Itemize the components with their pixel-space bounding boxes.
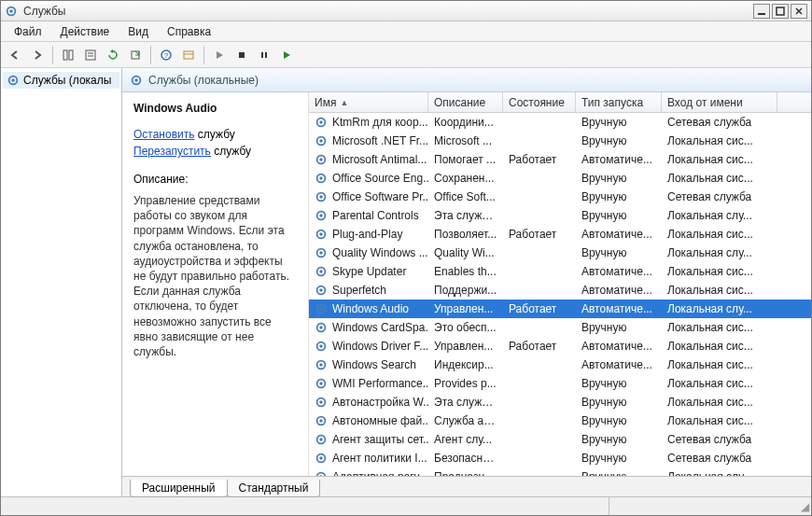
service-row[interactable]: KtmRm для коор...Координи...ВручнуюСетев…: [309, 113, 811, 132]
menu-file[interactable]: Файл: [7, 23, 49, 40]
tab-standard[interactable]: Стандартный: [227, 480, 321, 497]
cell-name: Автонастройка W...: [309, 394, 428, 411]
gear-icon: [130, 74, 143, 87]
menu-action[interactable]: Действие: [53, 23, 118, 40]
service-row[interactable]: Адаптивная регу...Предназна...ВручнуюЛок…: [309, 467, 811, 476]
service-row[interactable]: Windows Driver F...Управлен...РаботаетАв…: [309, 337, 811, 356]
refresh-button[interactable]: [103, 45, 123, 65]
gear-icon: [315, 246, 328, 259]
cell-desc: Служба ав...: [428, 412, 503, 429]
properties-button[interactable]: [80, 45, 101, 65]
service-row[interactable]: Windows SearchИндексир...Автоматиче...Ло…: [309, 356, 811, 374]
start-service-button[interactable]: [209, 45, 230, 65]
cell-desc: Enables th...: [428, 263, 503, 280]
tree-root-item[interactable]: Службы (локалы: [3, 72, 119, 89]
col-startup[interactable]: Тип запуска: [576, 92, 662, 112]
service-row[interactable]: Агент политики I...Безопасно...ВручнуюСе…: [309, 449, 811, 467]
svg-point-54: [319, 400, 323, 404]
col-name[interactable]: Имя▲: [309, 92, 428, 112]
cell-startup: Вручную: [576, 207, 662, 224]
service-row[interactable]: Windows AudioУправлен...РаботаетАвтомати…: [309, 300, 811, 318]
cell-state: [503, 120, 576, 124]
service-row[interactable]: Office Software Pr...Office Soft...Вручн…: [309, 188, 811, 206]
service-row[interactable]: Quality Windows ...Quality Wi...ВручнуюЛ…: [309, 244, 811, 262]
cell-startup: Автоматиче...: [576, 356, 662, 373]
close-button[interactable]: [791, 4, 807, 19]
col-state[interactable]: Состояние: [503, 92, 576, 112]
show-hide-tree-button[interactable]: [58, 45, 78, 65]
cell-startup: Вручную: [576, 114, 662, 131]
cell-state: Работает: [503, 226, 576, 243]
export-button[interactable]: [125, 45, 146, 65]
service-row[interactable]: Plug-and-PlayПозволяет...РаботаетАвтомат…: [309, 225, 811, 244]
service-row[interactable]: Microsoft .NET Fr...Microsoft ...Вручную…: [309, 132, 811, 150]
restart-service-button[interactable]: [276, 45, 297, 65]
menu-bar: Файл Действие Вид Справка: [1, 21, 811, 42]
service-row[interactable]: Автонастройка W...Эта служб...ВручнуюЛок…: [309, 393, 811, 411]
gear-icon: [315, 396, 328, 409]
service-row[interactable]: Microsoft Antimal...Помогает ...Работает…: [309, 150, 811, 169]
pause-service-button[interactable]: [254, 45, 274, 65]
gear-icon: [315, 228, 328, 241]
minimize-button[interactable]: [753, 4, 770, 19]
svg-point-60: [319, 456, 323, 460]
cell-state: [503, 400, 576, 404]
service-list: Имя▲ Описание Состояние Тип запуска Вход…: [309, 92, 811, 476]
list-header: Имя▲ Описание Состояние Тип запуска Вход…: [309, 92, 811, 113]
service-row[interactable]: WMI Performance...Provides p...ВручнуюЛо…: [309, 374, 811, 393]
stop-service-link[interactable]: Остановить: [133, 128, 195, 141]
restart-service-link[interactable]: Перезапустить: [133, 145, 211, 158]
cell-startup: Автоматиче...: [576, 338, 662, 355]
service-row[interactable]: Windows CardSpa...Это обесп...ВручнуюЛок…: [309, 318, 811, 337]
cell-name: Автономные фай...: [309, 412, 428, 429]
col-logon[interactable]: Вход от имени: [662, 92, 777, 112]
gear-icon: [315, 153, 328, 166]
list-rows[interactable]: KtmRm для коор...Координи...ВручнуюСетев…: [309, 113, 811, 476]
back-button[interactable]: [5, 45, 25, 65]
service-row[interactable]: Office Source Eng...Сохранен...ВручнуюЛо…: [309, 169, 811, 188]
cell-name: Microsoft .NET Fr...: [309, 132, 428, 149]
help-button[interactable]: ?: [156, 45, 176, 65]
svg-rect-17: [261, 52, 263, 58]
cell-name: KtmRm для коор...: [309, 114, 428, 131]
view-tabs: Расширенный Стандартный: [122, 476, 811, 496]
cell-logon: Локальная слу...: [662, 244, 777, 261]
gear-icon: [7, 74, 20, 87]
col-description[interactable]: Описание: [428, 92, 503, 112]
svg-point-50: [319, 363, 323, 367]
toolbar-extra-button[interactable]: [178, 45, 199, 65]
cell-logon: Сетевая служба: [662, 188, 777, 205]
svg-point-40: [319, 270, 323, 273]
svg-rect-7: [69, 50, 73, 60]
tab-extended[interactable]: Расширенный: [130, 480, 228, 497]
cell-name: Агент защиты сет...: [309, 431, 428, 448]
menu-view[interactable]: Вид: [120, 23, 156, 40]
cell-startup: Вручную: [576, 375, 662, 392]
stop-service-button[interactable]: [231, 45, 252, 65]
service-row[interactable]: Parental ControlsЭта служб...ВручнуюЛока…: [309, 206, 811, 225]
cell-desc: Управлен...: [428, 338, 503, 355]
service-row[interactable]: Автономные фай...Служба ав...ВручнуюЛока…: [309, 411, 811, 430]
svg-point-48: [319, 344, 323, 348]
cell-startup: Вручную: [576, 188, 662, 205]
cell-desc: Это обесп...: [428, 319, 503, 336]
maximize-button[interactable]: [772, 4, 789, 19]
svg-rect-6: [63, 50, 67, 60]
cell-name: Superfetch: [309, 282, 428, 299]
forward-button[interactable]: [27, 45, 48, 65]
detail-pane: Windows Audio Остановить службу Перезапу…: [122, 92, 309, 476]
cell-logon: Локальная слу...: [662, 300, 777, 317]
menu-help[interactable]: Справка: [160, 23, 218, 40]
cell-name: Parental Controls: [309, 207, 428, 224]
cell-state: [503, 438, 576, 441]
cell-state: Работает: [503, 151, 576, 168]
cell-logon: Сетевая служба: [662, 431, 777, 448]
service-row[interactable]: SuperfetchПоддержи...Автоматиче...Локаль…: [309, 281, 811, 300]
service-row[interactable]: Skype UpdaterEnables th...Автоматиче...Л…: [309, 262, 811, 281]
resize-grip-icon[interactable]: ◢: [796, 497, 811, 515]
service-row[interactable]: Агент защиты сет...Агент слу...ВручнуюСе…: [309, 430, 811, 449]
cell-state: [503, 195, 576, 199]
cell-desc: Поддержи...: [428, 282, 503, 299]
cell-state: [503, 288, 576, 292]
tree-panel[interactable]: Службы (локалы: [1, 68, 122, 496]
